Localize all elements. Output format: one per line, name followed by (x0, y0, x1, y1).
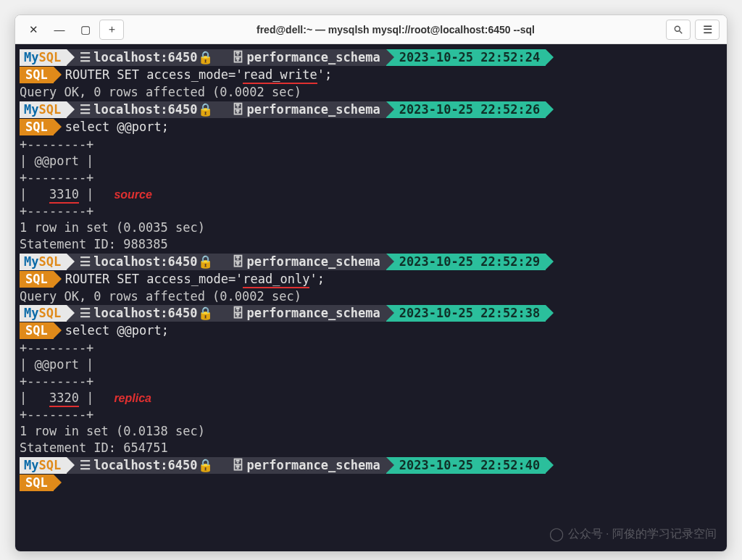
menu-icon[interactable]: ☰ (695, 20, 720, 40)
timestamp-segment: 2023-10-25 22:52:26 (386, 101, 546, 118)
sql-badge: SQL (20, 67, 54, 83)
query-result: 1 row in set (0.0138 sec) (20, 423, 722, 440)
prompt-line: MySQL ☰localhost:6450 🔒 🗄performance_sch… (20, 101, 722, 118)
prompt-line: MySQL ☰localhost:6450 🔒 🗄performance_sch… (20, 305, 722, 322)
server-icon: ☰ (80, 254, 91, 270)
query-result: 1 row in set (0.0035 sec) (20, 220, 722, 236)
svg-point-0 (675, 26, 680, 31)
titlebar: ✕ — ▢ ＋ fred@dell:~ — mysqlsh mysql://ro… (15, 15, 727, 44)
database-icon: 🗄 (232, 49, 244, 66)
sql-prompt-line: SQL select @@port; (20, 322, 722, 339)
sql-badge: SQL (20, 322, 54, 339)
query-result: Query OK, 0 rows affected (0.0002 sec) (20, 288, 722, 305)
search-icon[interactable] (666, 20, 691, 40)
table-sep: +--------+ (20, 170, 722, 186)
terminal-body[interactable]: MySQL ☰localhost:6450 🔒 🗄performance_sch… (15, 44, 727, 551)
server-icon: ☰ (80, 49, 91, 66)
mysql-badge: MySQL (20, 457, 67, 474)
watermark: ◯ 公众号 · 阿俊的学习记录空间 (549, 525, 717, 543)
sql-prompt-line: SQL select @@port; (20, 119, 722, 135)
schema-segment: 🗄performance_schema (219, 49, 386, 66)
statement-id: Statement ID: 988385 (20, 236, 722, 253)
annotation-replica: replica (114, 392, 151, 404)
database-icon: 🗄 (232, 101, 244, 118)
table-sep: +--------+ (20, 406, 722, 423)
close-icon[interactable]: ✕ (21, 20, 46, 40)
table-sep: +--------+ (20, 136, 722, 153)
sql-prompt-line: SQL ROUTER SET access_mode='read_write'; (20, 67, 722, 83)
sql-badge: SQL (20, 475, 54, 491)
host-segment: ☰localhost:6450 🔒 (67, 254, 218, 270)
table-header: | @@port | (20, 153, 722, 170)
mysql-badge: MySQL (20, 254, 67, 270)
lock-icon: 🔒 (198, 49, 213, 66)
maximize-icon[interactable]: ▢ (73, 20, 98, 40)
lock-icon: 🔒 (198, 254, 213, 270)
server-icon: ☰ (80, 101, 91, 118)
table-sep: +--------+ (20, 340, 722, 356)
timestamp-segment: 2023-10-25 22:52:24 (386, 49, 546, 66)
table-row: | 3310 |source (20, 186, 722, 203)
sql-command: select @@port; (65, 119, 169, 135)
prompt-line: MySQL ☰localhost:6450 🔒 🗄performance_sch… (20, 457, 722, 474)
window-title: fred@dell:~ — mysqlsh mysql://root@local… (125, 24, 666, 35)
svg-line-1 (680, 30, 683, 33)
schema-segment: 🗄performance_schema (219, 305, 386, 322)
mysql-badge: MySQL (20, 49, 67, 66)
table-row: | 3320 |replica (20, 390, 722, 406)
sql-prompt-line: SQL (20, 475, 722, 491)
mysql-badge: MySQL (20, 101, 67, 118)
new-tab-button[interactable]: ＋ (99, 20, 124, 40)
table-header: | @@port | (20, 356, 722, 373)
annotation-source: source (114, 188, 151, 201)
lock-icon: 🔒 (198, 101, 213, 118)
database-icon: 🗄 (232, 305, 244, 322)
host-segment: ☰localhost:6450 🔒 (67, 457, 218, 474)
schema-segment: 🗄performance_schema (219, 101, 386, 118)
schema-segment: 🗄performance_schema (219, 254, 386, 270)
host-segment: ☰localhost:6450 🔒 (67, 49, 218, 66)
database-icon: 🗄 (232, 254, 244, 270)
minimize-icon[interactable]: — (47, 20, 72, 40)
mysql-badge: MySQL (20, 305, 67, 322)
table-sep: +--------+ (20, 203, 722, 220)
sql-badge: SQL (20, 119, 54, 135)
sql-command: ROUTER SET access_mode='read_only'; (65, 271, 325, 288)
sql-badge: SQL (20, 271, 54, 288)
wechat-icon: ◯ (549, 525, 564, 543)
query-result: Query OK, 0 rows affected (0.0002 sec) (20, 84, 722, 101)
server-icon: ☰ (80, 457, 91, 474)
table-sep: +--------+ (20, 373, 722, 390)
host-segment: ☰localhost:6450 🔒 (67, 101, 218, 118)
terminal-window: ✕ — ▢ ＋ fred@dell:~ — mysqlsh mysql://ro… (14, 14, 728, 552)
lock-icon: 🔒 (198, 305, 213, 322)
timestamp-segment: 2023-10-25 22:52:40 (386, 457, 546, 474)
statement-id: Statement ID: 654751 (20, 440, 722, 456)
database-icon: 🗄 (232, 457, 244, 474)
timestamp-segment: 2023-10-25 22:52:29 (386, 254, 546, 270)
prompt-line: MySQL ☰localhost:6450 🔒 🗄performance_sch… (20, 254, 722, 270)
sql-command: ROUTER SET access_mode='read_write'; (65, 67, 332, 83)
host-segment: ☰localhost:6450 🔒 (67, 305, 218, 322)
schema-segment: 🗄performance_schema (219, 457, 386, 474)
prompt-line: MySQL ☰localhost:6450 🔒 🗄performance_sch… (20, 49, 722, 66)
sql-command: select @@port; (65, 322, 169, 339)
lock-icon: 🔒 (198, 457, 213, 474)
sql-prompt-line: SQL ROUTER SET access_mode='read_only'; (20, 271, 722, 288)
timestamp-segment: 2023-10-25 22:52:38 (386, 305, 546, 322)
server-icon: ☰ (80, 305, 91, 322)
